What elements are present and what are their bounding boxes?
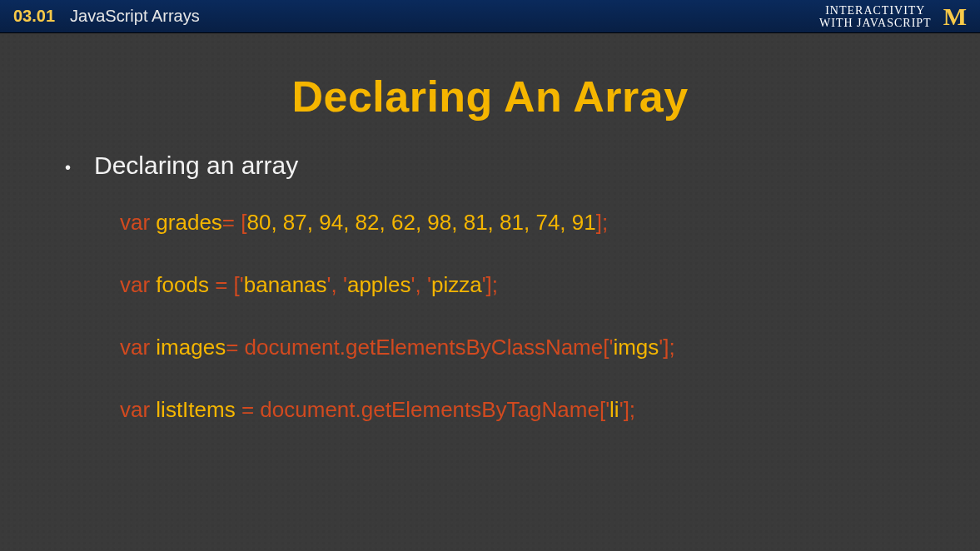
slide-body: Declaring An Array • Declaring an array … bbox=[0, 33, 980, 423]
bracket-close: ]; bbox=[486, 272, 498, 297]
keyword-var: var bbox=[120, 335, 156, 360]
slide-title: Declaring An Array bbox=[50, 72, 930, 122]
slide-topic: JavaScript Arrays bbox=[70, 7, 200, 26]
keyword-var: var bbox=[120, 210, 156, 235]
identifier: listItems bbox=[156, 397, 241, 422]
string-value: bananas bbox=[244, 272, 327, 297]
identifier: foods bbox=[156, 272, 215, 297]
university-logo: M bbox=[943, 4, 967, 29]
array-values: 80, 87, 94, 82, 62, 98, 81, 81, 74, 91 bbox=[247, 210, 596, 235]
keyword-var: var bbox=[120, 397, 156, 422]
bracket-close: ]; bbox=[596, 210, 608, 235]
bullet-text: Declaring an array bbox=[94, 151, 298, 180]
equals: = bbox=[226, 335, 244, 360]
slide-number: 03.01 bbox=[13, 7, 55, 26]
bracket-open: [ bbox=[241, 210, 246, 235]
equals: = bbox=[215, 272, 233, 297]
string-value: apples bbox=[347, 272, 411, 297]
slide-header: 03.01 JavaScript Arrays INTERACTIVITY WI… bbox=[0, 0, 980, 33]
method-call: document.getElementsByClassName[ bbox=[245, 335, 609, 360]
keyword-var: var bbox=[120, 272, 156, 297]
course-line2: WITH JAVASCRIPT bbox=[819, 17, 932, 29]
method-call: document.getElementsByTagName[ bbox=[260, 397, 605, 422]
separator: ', ' bbox=[411, 272, 431, 297]
identifier: images bbox=[156, 335, 226, 360]
bracket-open: [ bbox=[234, 272, 240, 297]
code-line-3: var images= document.getElementsByClassN… bbox=[120, 335, 930, 360]
code-block: var grades= [80, 87, 94, 82, 62, 98, 81,… bbox=[120, 210, 930, 423]
identifier: grades bbox=[156, 210, 222, 235]
bullet-dot: • bbox=[65, 158, 71, 177]
string-arg: imgs bbox=[613, 335, 659, 360]
code-line-2: var foods = ['bananas', 'apples', 'pizza… bbox=[120, 272, 930, 298]
header-right: INTERACTIVITY WITH JAVASCRIPT M bbox=[819, 0, 967, 33]
bullet-item: • Declaring an array bbox=[65, 151, 930, 180]
code-line-4: var listItems = document.getElementsByTa… bbox=[120, 397, 930, 423]
string-value: pizza bbox=[431, 272, 482, 297]
equals: = bbox=[222, 210, 241, 235]
code-line-1: var grades= [80, 87, 94, 82, 62, 98, 81,… bbox=[120, 210, 930, 236]
course-line1: INTERACTIVITY bbox=[819, 4, 932, 17]
separator: ', ' bbox=[327, 272, 347, 297]
equals: = bbox=[241, 397, 260, 422]
course-name: INTERACTIVITY WITH JAVASCRIPT bbox=[819, 4, 932, 29]
bracket-close: ]; bbox=[663, 335, 674, 360]
bracket-close: ]; bbox=[624, 397, 635, 422]
string-arg: li bbox=[609, 397, 619, 422]
